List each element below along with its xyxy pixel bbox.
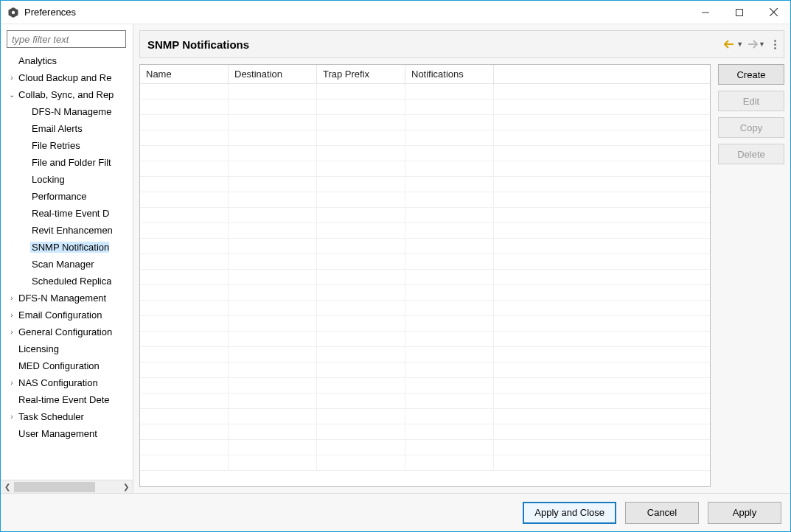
tree-item[interactable]: Revit Enhancemen: [1, 222, 133, 239]
table-cell: [140, 161, 229, 176]
column-header-trap-prefix[interactable]: Trap Prefix: [317, 65, 405, 83]
table-cell: [229, 130, 317, 145]
edit-button[interactable]: Edit: [718, 91, 784, 111]
table-row[interactable]: [140, 254, 710, 270]
maximize-button[interactable]: [722, 1, 756, 24]
table-row[interactable]: [140, 177, 710, 192]
create-button[interactable]: Create: [718, 64, 784, 85]
table-cell: [405, 223, 494, 238]
filter-input[interactable]: [7, 30, 126, 48]
table-row[interactable]: [140, 363, 710, 378]
table-cell: [229, 301, 317, 315]
column-header-notifications[interactable]: Notifications: [405, 65, 494, 83]
tree-item[interactable]: ⌄Collab, Sync, and Rep: [1, 86, 133, 103]
tree-item[interactable]: ›General Configuration: [1, 323, 133, 340]
table-row[interactable]: [140, 115, 710, 130]
table-cell: [229, 161, 317, 176]
tree-item[interactable]: Scan Manager: [1, 256, 133, 273]
table-row[interactable]: [140, 208, 710, 223]
column-header-name[interactable]: Name: [140, 65, 229, 83]
tree-item[interactable]: ›Task Scheduler: [1, 408, 133, 425]
table-row[interactable]: [140, 393, 710, 409]
table-row[interactable]: [140, 146, 710, 161]
scroll-right-icon[interactable]: ❯: [119, 480, 133, 494]
chevron-right-icon[interactable]: ›: [7, 294, 17, 302]
copy-button[interactable]: Copy: [718, 117, 784, 138]
table-row[interactable]: [140, 223, 710, 239]
table-cell: [140, 130, 229, 145]
tree-item[interactable]: Licensing: [1, 340, 133, 357]
scroll-left-icon[interactable]: ❮: [1, 480, 14, 494]
tree-item[interactable]: SNMP Notification: [1, 239, 133, 256]
close-button[interactable]: [756, 1, 790, 24]
table-row[interactable]: [140, 84, 710, 99]
table-row[interactable]: [140, 301, 710, 316]
table-cell: [140, 363, 229, 377]
table-row[interactable]: [140, 239, 710, 254]
chevron-down-icon[interactable]: ⌄: [7, 91, 17, 99]
scroll-track[interactable]: [14, 482, 119, 492]
apply-button[interactable]: Apply: [708, 502, 781, 524]
table-row[interactable]: [140, 99, 710, 115]
notifications-table[interactable]: Name Destination Trap Prefix Notificatio…: [139, 64, 711, 487]
tree-item[interactable]: File Retries: [1, 137, 133, 154]
cancel-button[interactable]: Cancel: [625, 502, 699, 524]
table-row[interactable]: [140, 424, 710, 440]
table-cell: [140, 115, 229, 130]
table-row[interactable]: [140, 130, 710, 146]
tree-item[interactable]: Email Alerts: [1, 120, 133, 137]
tree-item[interactable]: Real-time Event Dete: [1, 391, 133, 408]
scroll-thumb[interactable]: [14, 482, 95, 492]
tree-item[interactable]: Locking: [1, 171, 133, 188]
tree-item[interactable]: ›NAS Configuration: [1, 374, 133, 391]
tree-item[interactable]: DFS-N Manageme: [1, 103, 133, 120]
tree-item[interactable]: ›Email Configuration: [1, 307, 133, 323]
chevron-right-icon[interactable]: ›: [7, 413, 17, 421]
table-row[interactable]: [140, 316, 710, 332]
chevron-right-icon[interactable]: ›: [7, 74, 17, 82]
tree-horizontal-scrollbar[interactable]: ❮ ❯: [1, 480, 133, 493]
table-row[interactable]: [140, 347, 710, 363]
table-cell: [317, 208, 405, 223]
nav-forward-button[interactable]: ▼: [746, 40, 765, 49]
chevron-right-icon[interactable]: ›: [7, 311, 17, 319]
table-cell: [317, 177, 405, 192]
table-cell: [494, 146, 710, 161]
table-row[interactable]: [140, 440, 710, 455]
table-cell: [494, 115, 710, 130]
preferences-tree[interactable]: Analytics›Cloud Backup and Re⌄Collab, Sy…: [1, 52, 133, 480]
tree-item[interactable]: Performance: [1, 188, 133, 205]
minimize-button[interactable]: [689, 1, 722, 24]
tree-item[interactable]: Analytics: [1, 52, 133, 69]
tree-item[interactable]: Real-time Event D: [1, 205, 133, 222]
chevron-right-icon[interactable]: ›: [7, 328, 17, 336]
tree-item-label: MED Configuration: [17, 360, 100, 371]
chevron-right-icon[interactable]: ›: [7, 379, 17, 387]
table-cell: [229, 115, 317, 130]
delete-button[interactable]: Delete: [718, 144, 784, 164]
table-row[interactable]: [140, 270, 710, 285]
table-row[interactable]: [140, 409, 710, 424]
table-body[interactable]: [140, 84, 710, 486]
table-row[interactable]: [140, 455, 710, 471]
table-row[interactable]: [140, 332, 710, 347]
table-row[interactable]: [140, 192, 710, 208]
tree-item[interactable]: User Management: [1, 425, 133, 442]
apply-and-close-button[interactable]: Apply and Close: [523, 502, 616, 524]
table-cell: [317, 301, 405, 315]
nav-back-button[interactable]: ▼: [724, 40, 743, 49]
tree-item[interactable]: Scheduled Replica: [1, 273, 133, 290]
tree-item[interactable]: ›DFS-N Management: [1, 290, 133, 307]
tree-item[interactable]: File and Folder Filt: [1, 154, 133, 171]
view-menu-icon[interactable]: [774, 40, 776, 49]
table-row[interactable]: [140, 378, 710, 393]
table-cell: [229, 332, 317, 346]
tree-item[interactable]: ›Cloud Backup and Re: [1, 69, 133, 86]
table-cell: [494, 192, 710, 207]
tree-item[interactable]: MED Configuration: [1, 357, 133, 374]
table-cell: [317, 347, 405, 362]
tree-item-label: Performance: [30, 191, 86, 202]
column-header-destination[interactable]: Destination: [229, 65, 317, 83]
table-row[interactable]: [140, 161, 710, 177]
table-row[interactable]: [140, 285, 710, 301]
